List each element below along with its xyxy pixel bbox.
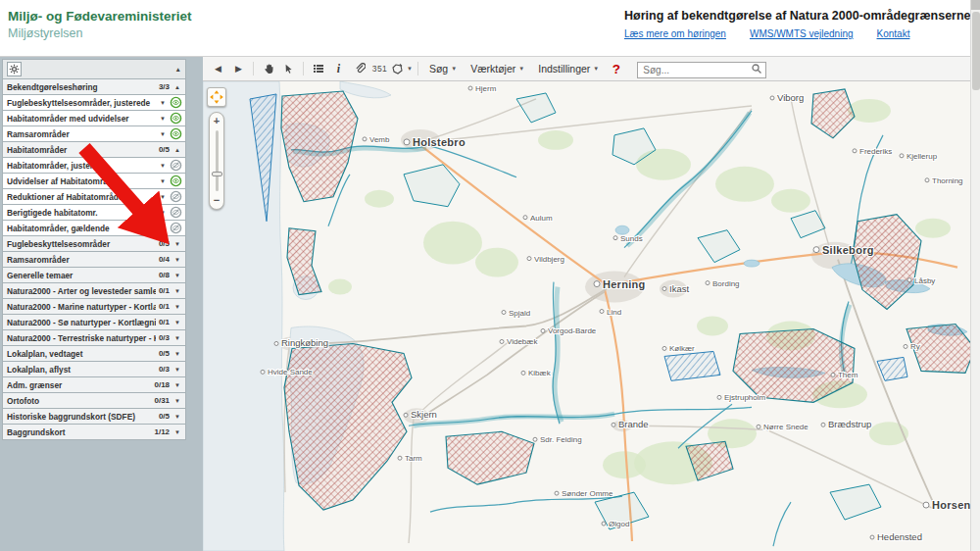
help-button[interactable]: ? — [607, 60, 625, 78]
pan-control[interactable] — [207, 87, 226, 107]
chevron-up-icon[interactable]: ▲ — [174, 84, 180, 90]
search-icon[interactable] — [751, 63, 762, 75]
link-contact[interactable]: Kontakt — [877, 28, 910, 39]
layer-row[interactable]: Fuglebeskyttelsesområder, justerede▼ — [2, 95, 186, 111]
layer-group-row[interactable]: Natura2000 - Marine naturtyper - Kortlæg… — [2, 299, 186, 315]
layer-group-row[interactable]: Natura2000 - Arter og levesteder samlet0… — [2, 283, 186, 299]
chevron-down-icon[interactable]: ▼ — [174, 398, 180, 404]
chevron-down-icon[interactable]: ▼ — [174, 414, 180, 420]
zoom-in-button[interactable]: + — [210, 115, 223, 127]
city-dot — [821, 423, 825, 426]
identify-tool-button[interactable] — [279, 60, 298, 78]
legend-list-button[interactable] — [309, 60, 327, 78]
settings-menu-button[interactable]: Indstillinger▼ — [532, 60, 605, 78]
layer-group-row[interactable]: Generelle temaer0/8▼ — [2, 268, 186, 283]
layer-group-row[interactable]: Natura2000 - Terrestriske naturtyper - K… — [2, 330, 186, 346]
visibility-on-icon[interactable] — [170, 96, 182, 109]
layer-group-row[interactable]: Fuglebeskyttelsesområder0/5▼ — [2, 236, 186, 252]
layer-row[interactable]: Udvidelser af Habitatområder▼ — [2, 174, 186, 189]
city-dot — [870, 535, 874, 539]
chevron-down-icon[interactable]: ▼ — [174, 257, 180, 263]
layer-group-row[interactable]: Lokalplan, aflyst0/3▼ — [2, 362, 186, 377]
zoom-slider[interactable] — [216, 130, 219, 191]
visibility-on-icon[interactable] — [170, 112, 182, 125]
visibility-off-icon[interactable] — [170, 206, 182, 219]
link-read-more[interactable]: Læs mere om høringen — [624, 28, 726, 39]
draw-tools-button[interactable]: ▼ — [391, 60, 413, 78]
map-area: ◀ ▶ i 351 ▼ Søg▼ Værktøjer — [203, 57, 980, 551]
chevron-down-icon[interactable]: ▼ — [160, 178, 166, 184]
layer-row[interactable]: Reduktioner af Habitatområder▼ — [2, 189, 186, 205]
settings-gear-button[interactable] — [7, 62, 22, 76]
city-label: Nørre Snede — [763, 423, 808, 431]
chevron-down-icon[interactable]: ▼ — [174, 304, 180, 310]
next-extent-button[interactable]: ▶ — [229, 60, 248, 78]
chevron-down-icon[interactable]: ▼ — [174, 273, 180, 278]
map-search-input[interactable] — [637, 62, 766, 78]
chevron-down-icon[interactable]: ▼ — [174, 320, 180, 326]
chevron-down-icon[interactable]: ▼ — [160, 210, 166, 216]
layer-group-row[interactable]: Adm. grænser0/18▼ — [2, 377, 186, 393]
visibility-off-icon[interactable] — [170, 190, 182, 203]
tools-menu-button[interactable]: Værktøjer▼ — [465, 60, 530, 78]
visibility-on-icon[interactable] — [170, 127, 182, 140]
scrollbar-thumb[interactable] — [972, 12, 980, 90]
pan-tool-button[interactable] — [259, 60, 277, 78]
layer-count: 0/5 — [159, 239, 170, 248]
zoom-slider-handle[interactable] — [212, 172, 222, 176]
layer-row[interactable]: Habitatområder, gældende▼ — [2, 221, 186, 236]
chevron-down-icon[interactable]: ▼ — [174, 367, 180, 373]
layer-group-row[interactable]: Ortofoto0/31▼ — [2, 393, 186, 409]
layer-row[interactable]: Berigtigede habitatomr.▼ — [2, 205, 186, 221]
city-label: Thorning — [932, 176, 963, 185]
layer-group-row[interactable]: Habitatområder0/5▲ — [2, 142, 186, 158]
scrollbar-up-button[interactable] — [971, 0, 980, 10]
layer-row[interactable]: Habitatområder, justerede▼ — [2, 158, 186, 174]
visibility-off-icon[interactable] — [170, 159, 182, 172]
panel-collapse-button[interactable]: ▲ — [175, 66, 181, 73]
toolbar-separator — [303, 62, 304, 75]
chevron-up-icon[interactable]: ▲ — [174, 147, 180, 153]
city-label: Spjald — [509, 309, 530, 318]
info-button[interactable]: i — [329, 60, 348, 78]
page-scrollbar[interactable] — [970, 0, 980, 551]
chevron-down-icon[interactable]: ▼ — [174, 351, 180, 357]
chevron-down-icon[interactable]: ▼ — [174, 241, 180, 247]
layer-label: Adm. grænser — [7, 380, 151, 390]
layer-group-row[interactable]: Natura2000 - Sø naturtyper - Kortlægning… — [2, 315, 186, 330]
link-wms-guide[interactable]: WMS/WMTS vejledning — [750, 28, 854, 39]
layer-group-row[interactable]: Historiske baggrundskort (SDFE)0/5▼ — [2, 409, 186, 425]
chevron-down-icon[interactable]: ▼ — [160, 194, 166, 200]
previous-extent-button[interactable]: ◀ — [209, 60, 227, 78]
layer-group-row[interactable]: Lokalplan, vedtaget0/5▼ — [2, 346, 186, 362]
measure-button[interactable]: 351 — [370, 60, 389, 78]
layer-group-row[interactable]: Bekendtgørelseshøring3/3▲ — [2, 79, 186, 95]
layer-group-row[interactable]: Ramsarområder0/4▼ — [2, 252, 186, 268]
attachment-button[interactable] — [350, 60, 368, 78]
chevron-down-icon[interactable]: ▼ — [160, 116, 166, 122]
chevron-down-icon[interactable]: ▼ — [174, 382, 180, 388]
chevron-down-icon[interactable]: ▼ — [160, 100, 166, 106]
measure-label: 351 — [372, 64, 388, 74]
search-menu-button[interactable]: Søg▼ — [423, 60, 463, 78]
agency-title: Miljøstyrelsen — [8, 26, 192, 40]
city-dot — [594, 281, 600, 287]
zoom-out-button[interactable]: − — [210, 194, 223, 207]
chevron-down-icon[interactable]: ▼ — [174, 429, 180, 435]
visibility-off-icon[interactable] — [170, 222, 182, 234]
layer-row[interactable]: Ramsarområder▼ — [2, 126, 186, 142]
layer-row[interactable]: Habitatområder med udvidelser▼ — [2, 111, 186, 126]
chevron-down-icon[interactable]: ▼ — [160, 225, 166, 231]
chevron-down-icon[interactable]: ▼ — [174, 335, 180, 341]
chevron-down-icon[interactable]: ▼ — [160, 131, 166, 137]
map-canvas[interactable]: HjermHolstebroVembAulumVildbjergSundsHer… — [203, 81, 980, 551]
layer-count: 0/1 — [159, 302, 170, 311]
chevron-down-icon[interactable]: ▼ — [160, 163, 166, 169]
chevron-down-icon[interactable]: ▼ — [174, 288, 180, 294]
layer-list: Bekendtgørelseshøring3/3▲Fuglebeskyttels… — [2, 79, 203, 440]
brand-block: Miljø- og Fødevareministeriet Miljøstyre… — [8, 9, 192, 40]
map-search — [637, 60, 766, 78]
visibility-on-icon[interactable] — [170, 175, 182, 187]
layer-group-row[interactable]: Baggrundskort1/12▼ — [2, 425, 186, 440]
header-links: Læs mere om høringen WMS/WMTS vejledning… — [624, 28, 971, 39]
